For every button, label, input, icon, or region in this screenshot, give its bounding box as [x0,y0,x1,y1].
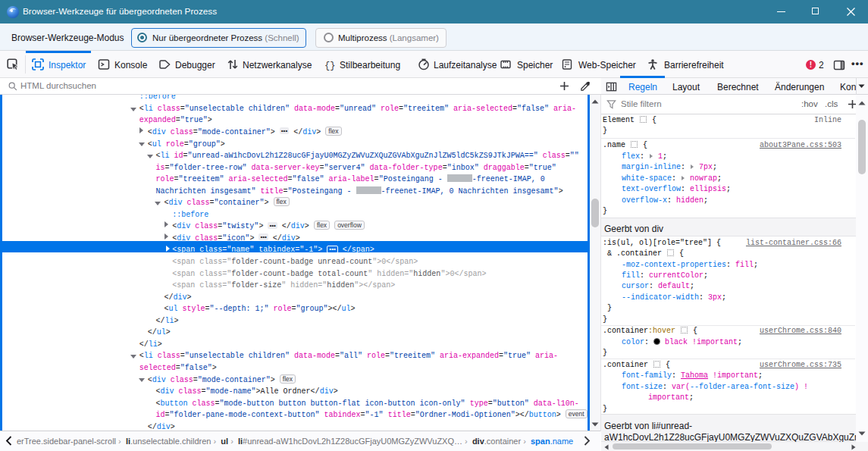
svg-text:{}: {} [324,61,335,71]
